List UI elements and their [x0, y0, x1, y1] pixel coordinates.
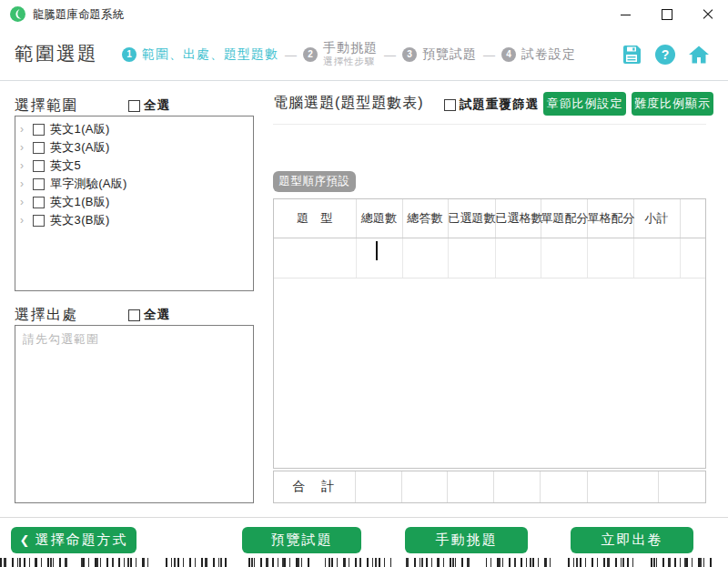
tree-item-checkbox[interactable] [33, 142, 45, 154]
col-header-subtotal: 小計 [633, 199, 680, 238]
cell-type[interactable] [274, 238, 356, 278]
maximize-icon[interactable] [646, 0, 687, 29]
step-1-label: 範圍、出處、題型題數 [142, 46, 278, 63]
col-header-type: 題 型 [274, 199, 356, 238]
step-separator: — [285, 48, 297, 62]
right-panel-divider [273, 124, 706, 125]
step-4-label: 試卷設定 [521, 46, 576, 63]
generate-paper-button[interactable]: 立即出卷 [571, 527, 693, 553]
range-tree: 英文1(A版) 英文3(A版) 英文5 單字測驗(A版) 英文1(B版) 英文3… [15, 116, 254, 291]
type-order-preset-button[interactable]: 題型順序預設 [273, 171, 356, 192]
header-icons: ? [621, 44, 710, 66]
tree-item: 英文1(A版) [15, 120, 253, 138]
expand-chevron-icon[interactable] [20, 125, 30, 135]
svg-text:?: ? [662, 47, 670, 62]
window-title: 龍騰題庫命題系統 [33, 0, 124, 29]
tree-item-label[interactable]: 英文3(B版) [50, 212, 110, 228]
tree-item: 英文1(B版) [15, 193, 253, 211]
col-header-selected-questions: 已選題數 [448, 199, 495, 238]
cell-total-answers[interactable] [402, 238, 448, 278]
expand-chevron-icon[interactable] [20, 161, 30, 171]
tree-item-checkbox[interactable] [33, 197, 45, 208]
step-3-preview[interactable]: 3 預覽試題 [402, 46, 477, 63]
totals-cell [493, 471, 540, 502]
totals-cell [355, 471, 401, 502]
text-cursor [376, 241, 378, 260]
chevron-left-icon: ❮ [20, 533, 30, 547]
step-2-sublabel: 選擇性步驟 [323, 55, 378, 68]
cell-selected-questions[interactable] [448, 238, 495, 278]
source-select-all-checkbox[interactable] [128, 309, 140, 321]
help-icon[interactable]: ? [654, 44, 676, 66]
title-bar: 龍騰題庫命題系統 [0, 0, 728, 29]
footer-divider [0, 517, 728, 518]
duplicate-filter-checkbox[interactable] [444, 99, 456, 111]
close-icon[interactable] [687, 0, 728, 29]
col-header-points-per-blank: 單格配分 [587, 199, 633, 238]
minimize-icon[interactable] [605, 0, 646, 29]
tree-item-label[interactable]: 單字測驗(A版) [50, 176, 127, 192]
chapter-ratio-button[interactable]: 章節比例設定 [543, 92, 626, 116]
preview-questions-button[interactable]: 預覽試題 [242, 527, 361, 553]
tree-item-checkbox[interactable] [33, 215, 45, 227]
page-title: 範圍選題 [15, 41, 98, 66]
step-1-range[interactable]: 1 範圍、出處、題型題數 [122, 46, 278, 63]
back-button-label: 選擇命題方式 [35, 532, 127, 549]
expand-chevron-icon[interactable] [20, 197, 30, 208]
step-separator: — [483, 48, 495, 62]
totals-cell [401, 471, 447, 502]
tree-item-label[interactable]: 英文5 [50, 157, 81, 174]
step-4-badge: 4 [501, 47, 516, 62]
cell-selected-blanks[interactable] [495, 238, 541, 278]
tree-item-label[interactable]: 英文1(A版) [50, 121, 110, 137]
tree-item-checkbox[interactable] [33, 178, 45, 190]
expand-chevron-icon[interactable] [20, 143, 30, 153]
source-select-all-label[interactable]: 全選 [144, 307, 170, 323]
range-select-all-label[interactable]: 全選 [144, 97, 170, 114]
difficulty-ratio-button[interactable]: 難度比例顯示 [632, 92, 713, 116]
range-section-title: 選擇範圍 [15, 96, 78, 116]
tree-item-checkbox[interactable] [33, 160, 45, 172]
step-1-badge: 1 [122, 47, 136, 62]
step-2-manual-pick[interactable]: 2 手動挑題 選擇性步驟 [303, 41, 378, 68]
duplicate-filter-label[interactable]: 試題重覆篩選 [460, 96, 539, 113]
cell-subtotal[interactable] [633, 238, 680, 278]
tree-item: 單字測驗(A版) [15, 175, 253, 193]
col-header-selected-blanks: 已選格數 [495, 199, 541, 238]
cell-total-questions-input[interactable] [356, 238, 402, 278]
step-separator: — [384, 48, 396, 62]
cell-points-per-question[interactable] [541, 238, 587, 278]
manual-pick-button[interactable]: 手動挑題 [405, 527, 528, 553]
tree-item: 英文5 [15, 157, 253, 175]
col-header-empty [680, 199, 705, 238]
totals-cell [447, 471, 493, 502]
totals-label: 合 計 [274, 471, 355, 502]
tree-item: 英文3(A版) [15, 138, 253, 157]
tree-item-label[interactable]: 英文3(A版) [50, 139, 110, 156]
save-icon[interactable] [621, 44, 642, 66]
totals-cell [540, 471, 587, 502]
cell-empty [680, 238, 705, 278]
expand-chevron-icon[interactable] [20, 179, 30, 189]
step-2-label: 手動挑題 [323, 41, 378, 55]
range-select-all-checkbox[interactable] [128, 100, 140, 112]
source-placeholder: 請先勾選範圍 [23, 331, 99, 348]
step-4-paper-settings[interactable]: 4 試卷設定 [501, 46, 576, 63]
window-controls [605, 0, 728, 29]
back-to-method-button[interactable]: ❮ 選擇命題方式 [11, 527, 136, 553]
table-data-row [274, 238, 705, 278]
tree-item-label[interactable]: 英文1(B版) [50, 194, 110, 210]
tree-item-checkbox[interactable] [33, 124, 45, 136]
expand-chevron-icon[interactable] [20, 216, 30, 226]
app-logo-icon [10, 6, 25, 22]
step-3-badge: 3 [402, 47, 417, 62]
home-icon[interactable] [688, 44, 710, 66]
tree-item: 英文3(B版) [15, 211, 253, 229]
col-header-total-answers: 總答數 [402, 199, 448, 238]
question-type-table: 題 型 總題數 總答數 已選題數 已選格數 單題配分 單格配分 小計 [273, 198, 706, 469]
table-header-row: 題 型 總題數 總答數 已選題數 已選格數 單題配分 單格配分 小計 [274, 199, 705, 238]
cell-points-per-blank[interactable] [587, 238, 633, 278]
source-list: 請先勾選範圍 [15, 325, 254, 503]
clipped-background-text [0, 558, 728, 567]
source-section-title: 選擇出處 [15, 306, 78, 325]
